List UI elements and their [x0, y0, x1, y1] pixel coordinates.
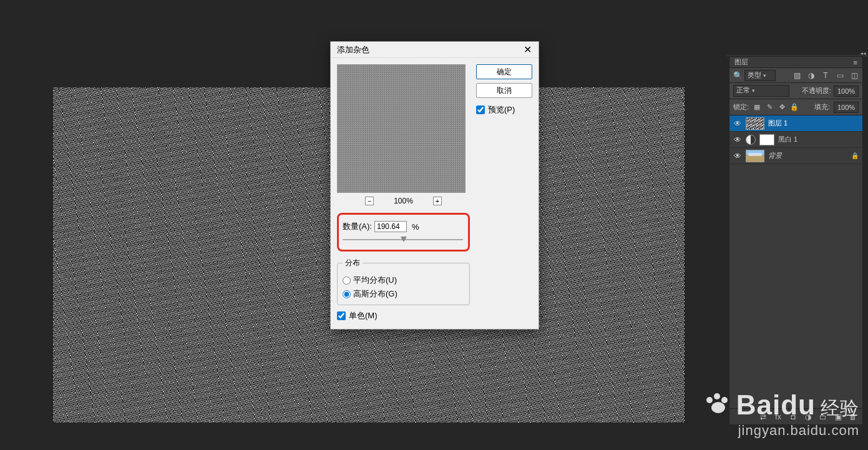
noise-preview[interactable] [337, 64, 466, 193]
amount-label: 数量(A): [343, 221, 372, 232]
ok-button[interactable]: 确定 [476, 64, 532, 79]
preview-label: 预览(P) [488, 104, 515, 115]
new-adjustment-icon[interactable]: ◑ [804, 413, 812, 421]
monochrome-label: 单色(M) [349, 310, 378, 321]
new-layer-icon[interactable]: ▣ [834, 413, 842, 421]
uniform-label: 平均分布(U) [353, 275, 397, 286]
link-layers-icon[interactable]: ⇄ [759, 413, 768, 421]
blend-mode-select[interactable]: 正常 [733, 85, 789, 97]
layers-panel: 图层 ≡ 🔍 类型 ▧ ◑ T ▭ ◫ 正常 不透明度: 锁定: ▦ ✎ ✥ 🔒… [729, 56, 863, 425]
layer-name: 黑白 1 [778, 135, 797, 144]
opacity-label: 不透明度: [802, 86, 831, 95]
uniform-radio-row[interactable]: 平均分布(U) [343, 275, 464, 286]
layer-filter-row: 🔍 类型 ▧ ◑ T ▭ ◫ [729, 68, 862, 83]
lock-icon: 🔒 [851, 152, 859, 159]
new-group-icon[interactable]: 🗀 [819, 413, 827, 421]
amount-slider[interactable] [343, 236, 463, 243]
preview-row[interactable]: 预览(P) [476, 104, 532, 115]
filter-type-icon[interactable]: T [821, 71, 830, 80]
layer-name: 背景 [768, 151, 782, 160]
close-icon[interactable]: ✕ [520, 44, 535, 56]
fill-label: 填充: [814, 102, 830, 112]
layer-thumbnail[interactable] [746, 117, 764, 130]
adjustment-icon[interactable] [746, 135, 756, 145]
visibility-eye-icon[interactable]: 👁 [733, 135, 742, 144]
dialog-titlebar[interactable]: 添加杂色 ✕ [331, 42, 539, 58]
dialog-title: 添加杂色 [337, 44, 369, 56]
uniform-radio[interactable] [343, 276, 351, 285]
gaussian-radio-row[interactable]: 高斯分布(G) [343, 288, 464, 300]
lock-brush-icon[interactable]: ✎ [765, 103, 774, 112]
layer-row[interactable]: 👁 黑白 1 [729, 132, 862, 148]
layer-fx-icon[interactable]: fx [774, 413, 783, 421]
zoom-out-button[interactable]: − [365, 197, 374, 205]
delete-layer-icon[interactable]: 🗑 [849, 413, 857, 421]
filter-type[interactable]: 🔍 类型 [733, 70, 776, 81]
filter-shape-icon[interactable]: ▭ [836, 71, 844, 80]
monochrome-row[interactable]: 单色(M) [337, 310, 470, 321]
filter-pixel-icon[interactable]: ▧ [792, 71, 801, 80]
monochrome-checkbox[interactable] [337, 311, 346, 320]
layer-list: 👁 图层 1 👁 黑白 1 👁 背景 🔒 [729, 115, 862, 408]
search-icon: 🔍 [733, 71, 743, 80]
visibility-eye-icon[interactable]: 👁 [733, 152, 742, 160]
preview-checkbox[interactable] [476, 105, 485, 114]
layers-tab-label: 图层 [734, 57, 748, 67]
layers-tab[interactable]: 图层 ≡ [729, 57, 862, 68]
zoom-in-button[interactable]: + [433, 197, 442, 205]
distribution-legend: 分布 [343, 258, 363, 268]
layer-row[interactable]: 👁 背景 🔒 [729, 148, 862, 164]
amount-input[interactable] [374, 221, 407, 232]
add-mask-icon[interactable]: ◘ [789, 413, 797, 421]
lock-all-icon[interactable]: 🔒 [790, 103, 799, 112]
gaussian-radio[interactable] [343, 290, 351, 298]
amount-unit: % [412, 222, 419, 232]
mask-thumbnail[interactable] [759, 134, 774, 145]
amount-highlight: 数量(A): % [337, 213, 470, 252]
lock-label: 锁定: [733, 102, 749, 112]
paw-icon [706, 393, 731, 414]
lock-position-icon[interactable]: ✥ [778, 103, 786, 112]
fill-input[interactable] [834, 102, 859, 113]
filter-smart-icon[interactable]: ◫ [850, 71, 859, 80]
filter-type-select[interactable]: 类型 [744, 70, 776, 81]
gaussian-label: 高斯分布(G) [353, 288, 397, 300]
layer-thumbnail[interactable] [746, 150, 764, 162]
visibility-eye-icon[interactable]: 👁 [733, 119, 742, 128]
layers-panel-footer: ⇄ fx ◘ ◑ 🗀 ▣ 🗑 [729, 408, 862, 424]
panel-menu-icon[interactable]: ≡ [854, 59, 857, 66]
lock-transparency-icon[interactable]: ▦ [753, 103, 761, 112]
filter-adjustment-icon[interactable]: ◑ [807, 71, 816, 80]
add-noise-dialog: 添加杂色 ✕ − 100% + 数量(A): % [330, 41, 539, 330]
cancel-button[interactable]: 取消 [476, 83, 532, 98]
layer-row[interactable]: 👁 图层 1 [729, 115, 862, 132]
zoom-percent: 100% [394, 197, 413, 205]
lock-row: 锁定: ▦ ✎ ✥ 🔒 填充: [729, 99, 862, 115]
blend-row: 正常 不透明度: [729, 83, 862, 99]
opacity-input[interactable] [834, 86, 859, 97]
layer-name: 图层 1 [768, 119, 788, 128]
distribution-fieldset: 分布 平均分布(U) 高斯分布(G) [337, 258, 470, 305]
